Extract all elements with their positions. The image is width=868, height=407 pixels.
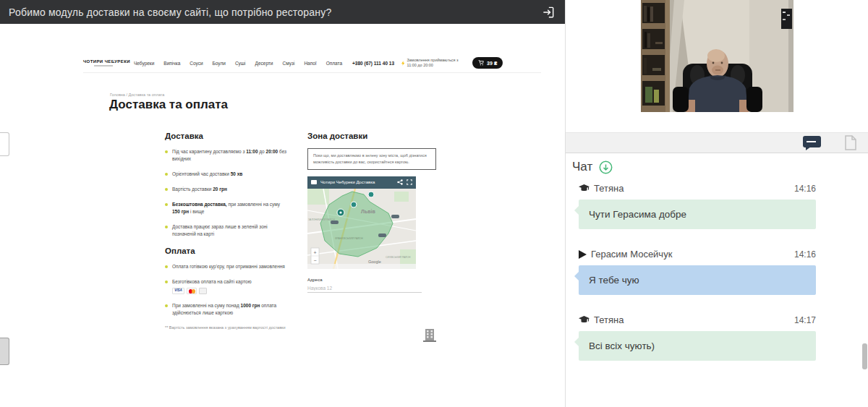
zoom-out-button[interactable]: − (313, 257, 316, 262)
payment-bullet: При замовленні на суму понад 1000 грн оп… (165, 302, 288, 317)
scroll-to-latest-icon[interactable] (599, 160, 613, 174)
nav-item[interactable]: Оплата (326, 61, 342, 66)
bullet-dot (165, 150, 168, 153)
panel-toolbar (566, 132, 868, 153)
nav-item[interactable]: Десерти (255, 61, 273, 66)
message-author-row: Тетяна 14:16 (579, 182, 816, 194)
bullet-dot (165, 188, 168, 191)
delivery-zone-column: Зона доставки Поки що, ми доставляємо в … (307, 132, 446, 293)
shared-screen: ЧОТИРИ ЧЕБУРЕКИ Чебуреки Випічка Соуси Б… (77, 51, 544, 369)
nav-item[interactable]: Суші (235, 61, 246, 66)
share-icon[interactable] (397, 179, 403, 185)
message-bubble: Чути Герасима добре (579, 200, 816, 229)
graduation-cap-icon (579, 184, 590, 192)
generic-card-icon (199, 288, 207, 294)
presentation-area: ЧОТИРИ ЧЕБУРЕКИ Чебуреки Випічка Соуси Б… (0, 24, 565, 407)
building-icon (423, 327, 436, 342)
webcam-video (641, 0, 793, 112)
message-time: 14:17 (794, 315, 816, 325)
map-title[interactable]: Чотири Чебуреки Доставка (320, 180, 393, 184)
chat-scrollbar-thumb[interactable] (862, 343, 867, 369)
map-district-label: ФРАНКІВСЬКИЙ РАЙОН (335, 237, 363, 240)
payment-section-title: Оплата (165, 247, 288, 255)
delivery-bullet: Орієнтовний час доставки 50 хв (165, 171, 288, 178)
phone-number[interactable]: +380 (67) 111 40 13 (352, 61, 394, 66)
bullet-dot (165, 280, 168, 283)
working-hours: Замовлення приймаються з 11:00 до 20:00 (401, 58, 465, 69)
logo-tagline (94, 65, 113, 67)
map-marker (351, 202, 357, 207)
lightning-icon (401, 60, 404, 67)
author-name: Тетяна (594, 314, 624, 325)
chat-header: Чат (572, 160, 613, 174)
zone-section-title: Зона доставки (307, 132, 446, 140)
leave-button[interactable] (539, 3, 558, 22)
map-canvas[interactable]: Львів ЗАЛІЗНИЧНИЙ РАЙОН ФРАНКІВСЬКИЙ РАЙ… (307, 189, 416, 269)
delivery-bullet-list: Під час карантину доставляємо з 11:00 до… (165, 148, 288, 239)
cart-icon (478, 60, 484, 66)
payment-bullet: Безготівкова оплата на сайті картою VISA (165, 278, 288, 294)
nav-item[interactable]: Чебуреки (134, 61, 154, 66)
zoom-in-button[interactable]: + (313, 250, 316, 255)
map-city-label: Львів (361, 209, 375, 214)
bullet-dot (165, 173, 168, 176)
card-logos: VISA (172, 288, 288, 294)
map-widget: Чотири Чебуреки Доставка (307, 176, 416, 272)
message-time: 14:16 (794, 249, 816, 260)
delivery-bullet: Вартість доставки 20 грн (165, 186, 288, 193)
chat-title: Чат (572, 160, 592, 174)
side-tab-bottom[interactable] (0, 338, 9, 365)
mastercard-icon (187, 288, 197, 294)
top-bar: Робимо модуль доставки на своєму сайті, … (0, 0, 565, 24)
address-input[interactable] (307, 284, 422, 293)
map-district-label: СИХІВСЬКИЙ РАЙОН (386, 256, 411, 259)
nav-item[interactable]: Випічка (163, 61, 180, 66)
author-name: Герасим Мосейчук (591, 249, 672, 260)
map-view-icon[interactable] (311, 180, 317, 184)
chat-message-list: Тетяна 14:16 Чути Герасима добре Герасим… (579, 182, 816, 380)
chat-message: Тетяна 14:17 Всі всіх чують) (579, 314, 816, 361)
author-name: Тетяна (594, 183, 624, 194)
breadcrumb: Головна / Доставка та оплата (110, 93, 164, 97)
address-label: Адреса (307, 278, 446, 282)
message-text: Чути Герасима добре (589, 209, 686, 220)
restaurant-logo[interactable]: ЧОТИРИ ЧЕБУРЕКИ (83, 59, 124, 67)
message-time: 14:16 (794, 184, 816, 194)
map-header: Чотири Чебуреки Доставка (307, 176, 416, 189)
message-bubble: Всі всіх чують) (579, 331, 816, 361)
right-panel: Чат Тетяна 14:16 Чути Герасима добре (565, 0, 868, 407)
files-tab-icon[interactable] (844, 135, 857, 150)
fullscreen-icon[interactable] (407, 179, 412, 185)
visa-icon: VISA (172, 288, 184, 294)
delivery-payment-column: Доставка Під час карантину доставляємо з… (165, 132, 288, 330)
logout-icon (541, 5, 556, 20)
payment-bullet-list: Оплата готівкою кур'єру, при отриманні з… (165, 263, 288, 317)
map-district-label: ЗАЛІЗНИЧНИЙ РАЙОН (308, 218, 335, 221)
delivery-bullet: Доставка працює зараз лише в зеленій зон… (165, 223, 288, 238)
graduation-cap-icon (579, 316, 590, 324)
nav-item[interactable]: Соуси (190, 61, 203, 66)
nav-item[interactable]: Смузі (282, 61, 294, 66)
delivery-bullet: Під час карантину доставляємо з 11:00 до… (165, 148, 288, 163)
nav-item[interactable]: Боули (213, 61, 226, 66)
map-marker (368, 192, 374, 197)
chat-tab-icon[interactable] (802, 135, 822, 151)
nav-item[interactable]: Напої (304, 61, 316, 66)
cart-button[interactable]: 39 ₴ (472, 57, 503, 69)
message-text: Я тебе чую (589, 275, 639, 286)
payment-bullet: Оплата готівкою кур'єру, при отриманні з… (165, 263, 288, 270)
bullet-dot (165, 265, 168, 268)
play-icon (579, 250, 587, 259)
message-author-row: Тетяна 14:17 (579, 314, 816, 326)
chat-message: Герасим Мосейчук 14:16 Я тебе чую (579, 248, 816, 295)
site-header: ЧОТИРИ ЧЕБУРЕКИ Чебуреки Випічка Соуси Б… (83, 53, 541, 73)
bullet-dot (165, 203, 168, 206)
webinar-title: Робимо модуль доставки на своєму сайті, … (9, 7, 331, 18)
site-nav: Чебуреки Випічка Соуси Боули Суші Десерт… (134, 61, 342, 66)
google-attribution: Google (368, 260, 381, 264)
message-bubble: Я тебе чую (579, 265, 816, 295)
bullet-dot (165, 304, 168, 307)
map-zoom-control[interactable]: + − (311, 248, 319, 264)
side-tab-top[interactable] (0, 132, 9, 156)
bullet-dot (165, 226, 168, 228)
